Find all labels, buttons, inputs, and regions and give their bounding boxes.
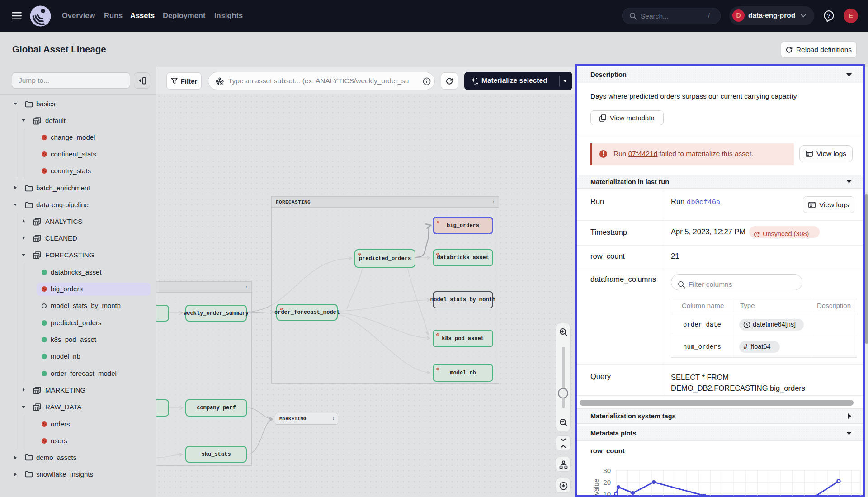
svg-text:?: ? xyxy=(827,12,830,19)
svg-text:30: 30 xyxy=(603,467,611,474)
svg-text:Value: Value xyxy=(592,479,600,496)
svg-text:10: 10 xyxy=(603,490,611,496)
svg-text:20: 20 xyxy=(603,478,611,486)
